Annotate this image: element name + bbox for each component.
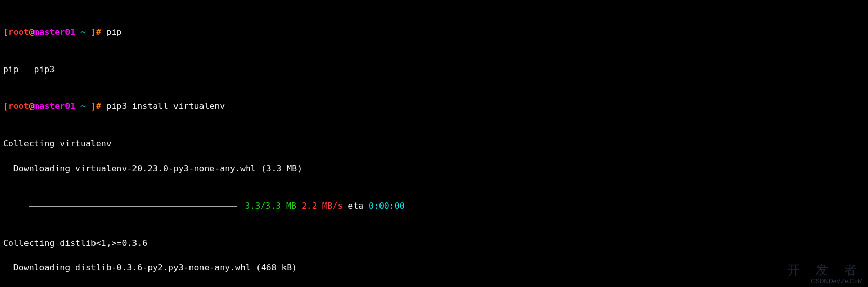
output-line: Downloading distlib-0.3.6-py2.py3-none-a… (3, 262, 865, 274)
prompt-line-1: [root@master01 ~ ]# pip (3, 26, 865, 38)
eta-label: eta (348, 201, 369, 211)
command-text: pip (106, 27, 122, 37)
output-line: Downloading virtualenv-20.23.0-py3-none-… (3, 162, 865, 175)
at-sign: @ (29, 27, 34, 37)
output-line: Collecting distlib<1,>=0.3.6 (3, 237, 865, 250)
progress-speed: 2.2 MB/s (302, 201, 348, 211)
progress-bar-icon (29, 206, 237, 207)
output-line: Collecting virtualenv (3, 138, 865, 150)
prompt-host: master01 (34, 27, 75, 37)
terminal-output[interactable]: [root@master01 ~ ]# pip pip pip3 [root@m… (0, 0, 868, 287)
progress-line-1: 3.3/3.3 MB 2.2 MB/s eta 0:00:00 (3, 200, 865, 212)
prompt-cwd: ~ (75, 27, 86, 37)
command-text: pip3 install virtualenv (106, 101, 225, 111)
bracket-close: ]# (86, 27, 106, 37)
bracket-open: [ (3, 27, 8, 37)
prompt-line-2: [root@master01 ~ ]# pip3 install virtual… (3, 100, 865, 113)
progress-size: 3.3/3.3 MB (245, 201, 302, 211)
eta-value: 0:00:00 (369, 201, 405, 211)
prompt-user: root (8, 27, 29, 37)
tab-completion-line: pip pip3 (3, 63, 865, 76)
